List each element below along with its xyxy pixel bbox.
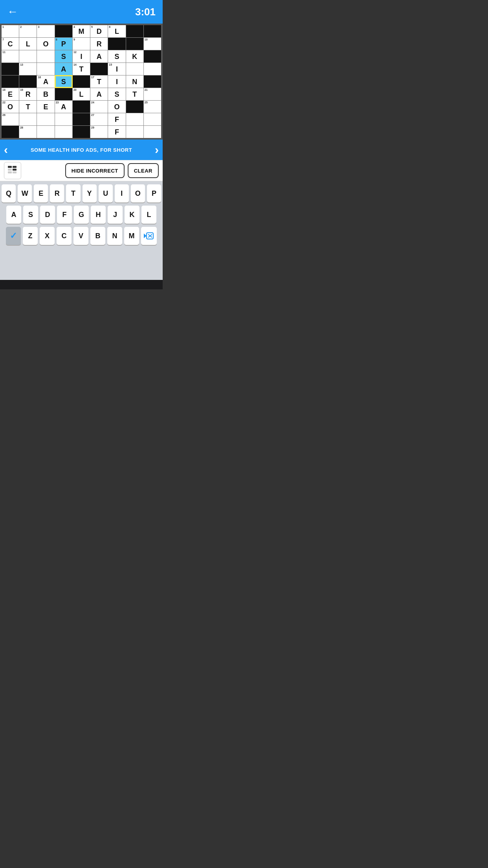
cell-1-3[interactable]: 3 (37, 25, 54, 37)
cell-3-5[interactable]: 12I (73, 50, 90, 63)
cell-6-8[interactable]: T (126, 88, 143, 100)
cell-5-7[interactable]: I (108, 75, 125, 88)
cell-8-7[interactable]: F (108, 113, 125, 125)
key-C[interactable]: C (57, 227, 72, 245)
cell-4-5[interactable]: 14T (73, 63, 90, 75)
cell-9-6[interactable]: 29 (90, 126, 108, 138)
cell-2-2[interactable]: L (19, 38, 37, 50)
cell-8-9[interactable] (144, 113, 161, 125)
key-T[interactable]: T (66, 184, 80, 202)
cell-2-5[interactable]: 9 (73, 38, 90, 50)
cell-9-8[interactable] (126, 126, 143, 138)
cell-1-6[interactable]: 5D (90, 25, 108, 37)
cell-6-2[interactable]: 19R (19, 88, 37, 100)
cell-7-6[interactable]: 24 (90, 101, 108, 113)
key-I[interactable]: I (115, 184, 129, 202)
key-K[interactable]: K (125, 206, 139, 224)
cell-2-1[interactable]: 7C (2, 38, 19, 50)
cell-7-4[interactable]: 23A (55, 101, 72, 113)
key-P[interactable]: P (147, 184, 161, 202)
cell-2-6[interactable]: R (90, 38, 108, 50)
key-check[interactable]: ✓ (6, 227, 21, 245)
key-X[interactable]: X (40, 227, 55, 245)
cell-2-9[interactable]: 10 (144, 38, 161, 50)
crossword-grid[interactable]: 1 2 3 4M 5D 6L 7C L O 8P 9 R 10 11 S 12I (2, 25, 161, 138)
cell-3-2[interactable] (19, 50, 37, 63)
clear-button[interactable]: CLEAR (128, 163, 159, 178)
cell-9-4[interactable] (55, 126, 72, 138)
key-E[interactable]: E (34, 184, 48, 202)
key-M[interactable]: M (124, 227, 139, 245)
cell-3-8[interactable]: K (126, 50, 143, 63)
cell-9-2[interactable]: 28 (19, 126, 37, 138)
cell-7-9[interactable]: 25 (144, 101, 161, 113)
key-Z[interactable]: Z (23, 227, 38, 245)
cell-8-1[interactable]: 26 (2, 113, 19, 125)
key-A[interactable]: A (6, 206, 21, 224)
key-Q[interactable]: Q (2, 184, 16, 202)
back-button[interactable]: ← (7, 6, 18, 18)
key-W[interactable]: W (18, 184, 32, 202)
cell-8-8[interactable] (126, 113, 143, 125)
key-D[interactable]: D (40, 206, 55, 224)
cell-6-6[interactable]: A (90, 88, 108, 100)
cell-3-6[interactable]: A (90, 50, 108, 63)
cell-1-2[interactable]: 2 (19, 25, 37, 37)
cell-6-1[interactable]: 18E (2, 88, 19, 100)
cell-1-5[interactable]: 4M (73, 25, 90, 37)
cell-6-9[interactable]: 21 (144, 88, 161, 100)
prev-clue-button[interactable]: ‹ (4, 143, 8, 156)
key-G[interactable]: G (74, 206, 89, 224)
next-clue-button[interactable]: › (155, 143, 159, 156)
cell-8-3[interactable] (37, 113, 54, 125)
cell-9-9[interactable] (144, 126, 161, 138)
cell-3-1[interactable]: 11 (2, 50, 19, 63)
cell-5-6[interactable]: 17T (90, 75, 108, 88)
cell-7-3[interactable]: E (37, 101, 54, 113)
cell-4-2[interactable]: 13 (19, 63, 37, 75)
cell-2-4[interactable]: 8P (55, 38, 72, 50)
cell-7-1[interactable]: 22O (2, 101, 19, 113)
cell-1-7[interactable]: 6L (108, 25, 125, 37)
cell-8-2[interactable] (19, 113, 37, 125)
key-H[interactable]: H (91, 206, 106, 224)
key-R[interactable]: R (50, 184, 64, 202)
key-B[interactable]: B (90, 227, 105, 245)
key-Y[interactable]: Y (83, 184, 97, 202)
cell-7-7[interactable]: O (108, 101, 125, 113)
grid-view-button[interactable] (4, 162, 21, 179)
key-F[interactable]: F (57, 206, 72, 224)
key-S[interactable]: S (23, 206, 38, 224)
cell-9-7[interactable]: F (108, 126, 125, 138)
cell-4-7[interactable]: 15I (108, 63, 125, 75)
cell-4-9[interactable] (144, 63, 161, 75)
cell-4-4[interactable]: A (55, 63, 72, 75)
cell-4-8[interactable] (126, 63, 143, 75)
cell-6-5[interactable]: 20L (73, 88, 90, 100)
key-U[interactable]: U (99, 184, 113, 202)
keyboard: Q W E R T Y U I O P A S D F G H J K L ✓ … (0, 181, 163, 280)
cell-5-4[interactable]: S (55, 75, 72, 88)
key-L[interactable]: L (141, 206, 156, 224)
cell-3-3[interactable] (37, 50, 54, 63)
cell-4-3[interactable] (37, 63, 54, 75)
cell-2-3[interactable]: O (37, 38, 54, 50)
key-N[interactable]: N (107, 227, 122, 245)
cell-7-2[interactable]: T (19, 101, 37, 113)
cell-5-8[interactable]: N (126, 75, 143, 88)
key-V[interactable]: V (73, 227, 88, 245)
cell-9-3[interactable] (37, 126, 54, 138)
cell-1-1[interactable]: 1 (2, 25, 19, 37)
key-J[interactable]: J (108, 206, 123, 224)
cell-3-7[interactable]: S (108, 50, 125, 63)
keyboard-row-1: Q W E R T Y U I O P (2, 184, 161, 202)
cell-3-4[interactable]: S (55, 50, 72, 63)
cell-8-4[interactable] (55, 113, 72, 125)
cell-8-6[interactable]: 27 (90, 113, 108, 125)
cell-6-3[interactable]: B (37, 88, 54, 100)
hide-incorrect-button[interactable]: HIDE INCORRECT (65, 163, 125, 178)
cell-6-7[interactable]: S (108, 88, 125, 100)
cell-5-3[interactable]: 16A (37, 75, 54, 88)
backspace-key[interactable] (141, 227, 157, 245)
key-O[interactable]: O (131, 184, 145, 202)
